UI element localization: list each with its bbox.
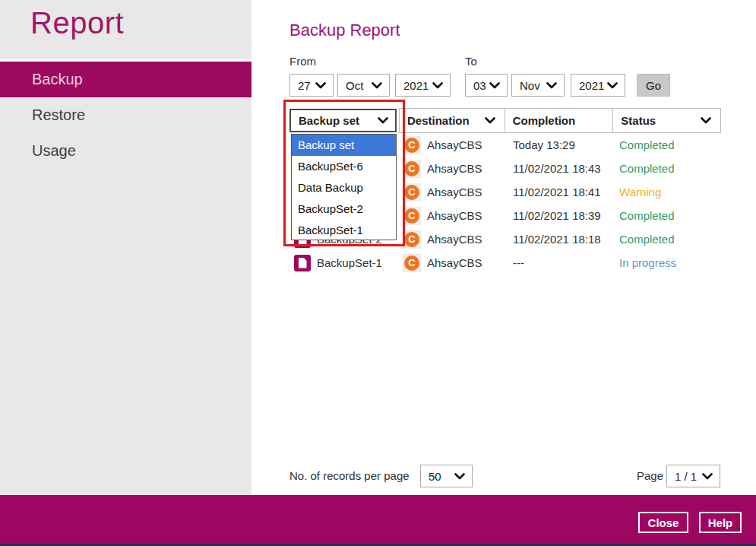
chevron-down-icon — [372, 82, 382, 89]
completion-cell: 11/02/2021 18:41 — [513, 180, 601, 204]
table-row: BackupSet-1 C AhsayCBS --- In progress — [251, 251, 756, 275]
column-header-destination[interactable]: Destination — [400, 109, 505, 132]
from-month-value: Oct — [346, 79, 363, 92]
ahsaycbs-icon: C — [403, 254, 421, 272]
destination-cell: C AhsayCBS — [403, 133, 482, 157]
completion-header-label: Completion — [513, 114, 576, 127]
from-day-value: 27 — [298, 79, 311, 92]
completion-cell: 11/02/2021 18:18 — [513, 227, 601, 251]
chevron-down-icon — [454, 473, 465, 480]
destination-name: AhsayCBS — [427, 233, 482, 246]
records-per-page-label: No. of records per page — [289, 465, 410, 487]
sidebar-item-backup-label: Backup — [32, 71, 83, 87]
records-per-page-select[interactable]: 50 — [420, 465, 473, 487]
sidebar-item-restore-label: Restore — [32, 106, 85, 123]
chevron-down-icon — [702, 473, 713, 480]
table-header: Destination Completion Status — [399, 108, 721, 133]
status-cell: Completed — [619, 204, 675, 227]
backup-set-cell: BackupSet-1 — [294, 251, 382, 275]
page-value: 1 / 1 — [675, 470, 697, 483]
column-header-completion: Completion — [505, 109, 613, 132]
chevron-down-icon — [378, 117, 388, 124]
destination-name: AhsayCBS — [427, 162, 482, 175]
to-day-select[interactable]: 03 — [465, 74, 508, 97]
ahsaycbs-icon: C — [403, 160, 421, 178]
destination-name: AhsayCBS — [427, 186, 482, 198]
page-title: Backup Report — [289, 21, 400, 40]
backup-set-filter-select[interactable]: Backup set — [289, 109, 397, 132]
footer-bar: Close Help — [0, 495, 756, 544]
to-month-select[interactable]: Nov — [511, 74, 565, 97]
destination-cell: C AhsayCBS — [403, 180, 482, 204]
sidebar-title: Report — [30, 6, 124, 40]
status-cell: Completed — [619, 157, 675, 180]
sidebar-item-restore[interactable]: Restore — [0, 97, 251, 133]
chevron-down-icon — [315, 82, 326, 89]
completion-cell: 11/02/2021 18:39 — [513, 204, 601, 227]
chevron-down-icon — [432, 82, 443, 89]
go-button[interactable]: Go — [637, 74, 670, 97]
chevron-down-icon — [546, 82, 557, 89]
destination-name: AhsayCBS — [427, 256, 482, 269]
to-day-value: 03 — [473, 79, 486, 92]
page-select[interactable]: 1 / 1 — [666, 465, 720, 487]
main-content: Backup Report From To 27 Oct 2021 03 Nov… — [251, 0, 756, 495]
from-month-select[interactable]: Oct — [337, 74, 390, 97]
destination-cell: C AhsayCBS — [403, 227, 482, 251]
destination-name: AhsayCBS — [427, 138, 482, 151]
status-header-label: Status — [621, 114, 656, 127]
dropdown-option[interactable]: BackupSet-1 — [292, 220, 396, 241]
dropdown-option[interactable]: Data Backup — [292, 177, 396, 198]
backup-set-icon — [294, 255, 311, 271]
page-label: Page — [637, 465, 663, 487]
status-cell: Completed — [619, 227, 675, 251]
status-cell: Warning — [619, 180, 661, 204]
chevron-down-icon — [701, 117, 711, 124]
sidebar-item-backup[interactable]: Backup — [0, 62, 251, 97]
ahsaycbs-icon: C — [403, 230, 421, 249]
to-year-select[interactable]: 2021 — [571, 74, 625, 97]
completion-cell: 11/02/2021 18:43 — [513, 157, 601, 180]
sidebar: Report Backup Restore Usage — [0, 0, 251, 495]
destination-cell: C AhsayCBS — [403, 157, 482, 180]
status-cell: Completed — [619, 133, 675, 157]
dropdown-option[interactable]: Backup set — [292, 135, 396, 156]
status-cell: In progress — [619, 251, 676, 275]
ahsaycbs-icon: C — [403, 136, 421, 154]
sidebar-item-usage[interactable]: Usage — [0, 133, 251, 169]
destination-cell: C AhsayCBS — [403, 251, 482, 275]
from-label: From — [289, 55, 316, 68]
dropdown-option[interactable]: BackupSet-2 — [292, 198, 396, 220]
completion-cell: --- — [513, 251, 524, 275]
from-day-select[interactable]: 27 — [289, 74, 334, 97]
backup-set-dropdown-list: Backup set BackupSet-6 Data Backup Backu… — [291, 134, 397, 240]
chevron-down-icon — [485, 117, 495, 124]
to-label: To — [465, 55, 477, 68]
to-month-value: Nov — [520, 79, 540, 92]
help-button[interactable]: Help — [699, 512, 742, 533]
destination-header-label: Destination — [407, 114, 470, 127]
ahsaycbs-icon: C — [403, 207, 421, 225]
chevron-down-icon — [489, 82, 500, 89]
close-button[interactable]: Close — [638, 512, 688, 533]
completion-cell: Today 13:29 — [513, 133, 575, 157]
ahsaycbs-icon: C — [403, 183, 421, 202]
destination-name: AhsayCBS — [427, 209, 482, 222]
sidebar-item-usage-label: Usage — [32, 142, 76, 159]
chevron-down-icon — [607, 82, 618, 89]
from-year-value: 2021 — [403, 79, 429, 92]
records-per-page-value: 50 — [429, 470, 441, 483]
column-header-status[interactable]: Status — [612, 109, 720, 132]
to-year-value: 2021 — [579, 79, 604, 92]
backup-set-filter-value: Backup set — [299, 114, 359, 127]
destination-cell: C AhsayCBS — [403, 204, 482, 227]
sidebar-menu: Backup Restore Usage — [0, 62, 251, 169]
dropdown-option[interactable]: BackupSet-6 — [292, 156, 396, 177]
from-year-select[interactable]: 2021 — [395, 74, 451, 97]
backup-set-name: BackupSet-1 — [317, 256, 382, 269]
